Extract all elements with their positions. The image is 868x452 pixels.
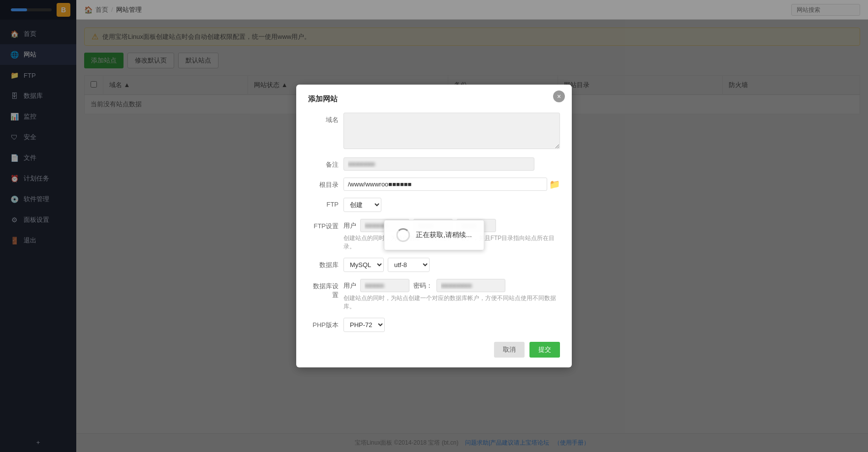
db-user-input[interactable] — [360, 279, 409, 292]
cancel-button[interactable]: 取消 — [494, 342, 525, 358]
php-version-row: PHP版本 PHP-72 PHP-56 PHP-54 纯静态 — [308, 318, 560, 332]
db-settings-label: 数据库设置 — [308, 279, 343, 300]
db-pass-label: 密码： — [413, 281, 433, 290]
submit-button[interactable]: 提交 — [529, 342, 560, 358]
domain-control — [343, 113, 560, 151]
domain-label: 域名 — [308, 113, 343, 124]
remark-control — [343, 157, 560, 171]
domain-row: 域名 — [308, 113, 560, 151]
modal-close-button[interactable]: × — [553, 90, 565, 102]
remark-label: 备注 — [308, 157, 343, 169]
db-settings-row: 数据库设置 用户 密码： 创建站点的同时，为站点创建一个对应的数据库帐户，方便不… — [308, 279, 560, 311]
ftp-label: FTP — [308, 198, 343, 208]
loading-text: 正在获取,请稍续... — [416, 231, 472, 240]
ftp-row: FTP 创建 不创建 — [308, 198, 560, 212]
db-hint: 创建站点的同时，为站点创建一个对应的数据库帐户，方便不同站点使用不同数据库。 — [343, 294, 560, 311]
database-row: 数据库 MySQL 不创建 utf-8 gbk utf8mb4 — [308, 258, 560, 272]
remark-row: 备注 — [308, 157, 560, 171]
database-control: MySQL 不创建 utf-8 gbk utf8mb4 — [343, 258, 560, 272]
ftp-user-label: 用户 — [343, 221, 356, 230]
rootdir-label: 根目录 — [308, 178, 343, 189]
php-control: PHP-72 PHP-56 PHP-54 纯静态 — [343, 318, 560, 332]
folder-icon[interactable]: 📁 — [549, 179, 560, 190]
db-settings-control: 用户 密码： 创建站点的同时，为站点创建一个对应的数据库帐户，方便不同站点使用不… — [343, 279, 560, 311]
database-label: 数据库 — [308, 258, 343, 270]
modal-title: 添加网站 — [308, 94, 560, 104]
loading-spinner — [396, 228, 410, 242]
ftp-settings-row: FTP设置 用户 创建站点的同时，为站点创建一个对应的FTP帐户，并且FTP目录… — [308, 219, 560, 251]
ftp-select[interactable]: 创建 不创建 — [343, 198, 381, 212]
php-version-select[interactable]: PHP-72 PHP-56 PHP-54 纯静态 — [343, 318, 385, 332]
loading-popup: 正在获取,请稍续... — [384, 220, 484, 250]
rootdir-control: 📁 — [343, 178, 560, 191]
php-label: PHP版本 — [308, 318, 343, 330]
add-website-modal: 添加网站 × 域名 备注 根目录 📁 FTP — [296, 85, 572, 367]
modal-backdrop: 添加网站 × 域名 备注 根目录 📁 FTP — [0, 0, 868, 452]
modal-footer: 取消 提交 — [308, 342, 560, 358]
db-type-select[interactable]: MySQL 不创建 — [343, 258, 384, 272]
remark-input[interactable] — [343, 157, 534, 171]
db-user-label: 用户 — [343, 281, 356, 290]
ftp-control: 创建 不创建 — [343, 198, 560, 212]
domain-input[interactable] — [343, 113, 560, 149]
rootdir-input[interactable] — [343, 178, 547, 191]
rootdir-row: 根目录 📁 — [308, 178, 560, 191]
ftp-settings-label: FTP设置 — [308, 219, 343, 231]
db-encoding-select[interactable]: utf-8 gbk utf8mb4 — [388, 258, 430, 272]
db-pass-input[interactable] — [436, 279, 505, 292]
